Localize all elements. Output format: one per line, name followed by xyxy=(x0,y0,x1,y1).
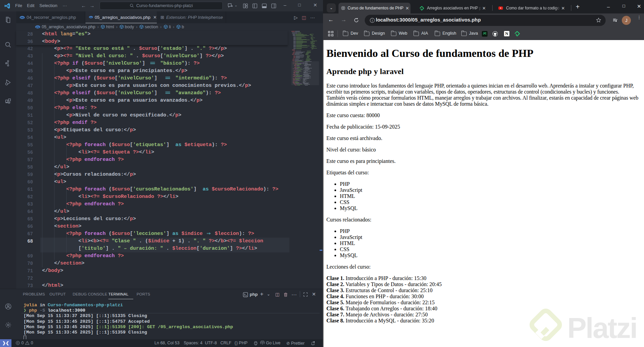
svg-text:php: php xyxy=(90,16,93,18)
svg-text:php: php xyxy=(21,16,24,19)
svg-text:php: php xyxy=(36,26,39,28)
